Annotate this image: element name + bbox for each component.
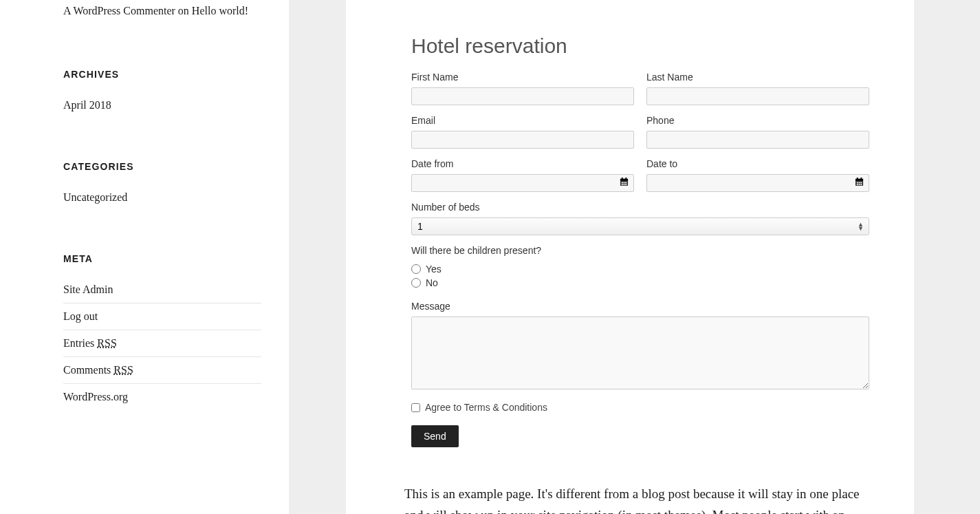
sidebar: A WordPress Commenter on Hello world! AR… [0,0,289,514]
list-item: Log out [63,303,261,330]
phone-field[interactable] [646,131,869,149]
rss-abbr: RSS [113,364,133,376]
email-field[interactable] [411,131,634,149]
children-yes-label: Yes [426,264,442,275]
message-field[interactable] [411,317,869,389]
last-name-label: Last Name [646,72,869,83]
archive-link[interactable]: April 2018 [63,99,111,111]
comment-author-link[interactable]: A WordPress Commenter [63,5,175,17]
page-body-text: This is an example page. It's different … [404,483,876,514]
list-item: Comments RSS [63,357,261,384]
terms-checkbox[interactable] [411,403,420,412]
meta-list: Site Admin Log out Entries RSS Comments … [63,283,261,410]
message-label: Message [411,301,869,312]
layout-gap [289,0,346,514]
children-no-label: No [426,277,438,288]
first-name-label: First Name [411,72,634,83]
widget-title: ARCHIVES [63,69,261,80]
widget-archives: ARCHIVES April 2018 [63,69,261,118]
recent-comment-item: A WordPress Commenter on Hello world! [63,0,261,26]
children-label: Will there be children present? [411,245,869,256]
category-link[interactable]: Uncategorized [63,191,127,203]
date-to-label: Date to [646,158,869,169]
children-no-row[interactable]: No [411,277,869,288]
meta-link-entries-rss[interactable]: Entries RSS [63,337,117,349]
archives-list: April 2018 [63,99,261,118]
widget-categories: CATEGORIES Uncategorized [63,161,261,211]
rss-abbr: RSS [97,337,116,349]
comment-joiner: on [175,5,192,17]
list-item: April 2018 [63,99,261,118]
date-from-field[interactable] [411,174,634,192]
form-title: Hotel reservation [411,34,869,58]
list-item: WordPress.org [63,384,261,410]
date-to-field[interactable] [646,174,869,192]
last-name-field[interactable] [646,87,869,105]
children-yes-radio[interactable] [411,264,421,274]
terms-label: Agree to Terms & Conditions [425,402,547,413]
main-content: Hotel reservation First Name Last Name E… [346,0,914,514]
meta-link-wordpress-org[interactable]: WordPress.org [63,391,128,403]
list-item: Uncategorized [63,191,261,211]
widget-title: META [63,253,261,264]
date-from-label: Date from [411,158,634,169]
beds-select[interactable]: 1 [411,217,869,235]
widget-meta: META Site Admin Log out Entries RSS Comm… [63,253,261,410]
widget-title: CATEGORIES [63,161,261,172]
meta-link-prefix: Entries [63,337,97,349]
categories-list: Uncategorized [63,191,261,211]
meta-link-log-out[interactable]: Log out [63,310,98,322]
beds-label: Number of beds [411,202,869,213]
send-button[interactable]: Send [411,425,459,447]
children-no-radio[interactable] [411,278,421,288]
children-yes-row[interactable]: Yes [411,264,869,275]
terms-row[interactable]: Agree to Terms & Conditions [411,402,869,413]
comment-post-link[interactable]: Hello world! [192,5,248,17]
list-item: Site Admin [63,283,261,303]
first-name-field[interactable] [411,87,634,105]
hotel-reservation-form: Hotel reservation First Name Last Name E… [404,28,876,454]
phone-label: Phone [646,115,869,126]
email-label: Email [411,115,634,126]
meta-link-prefix: Comments [63,364,113,376]
list-item: Entries RSS [63,330,261,357]
meta-link-site-admin[interactable]: Site Admin [63,283,113,295]
layout-gutter [914,0,980,514]
meta-link-comments-rss[interactable]: Comments RSS [63,364,133,376]
